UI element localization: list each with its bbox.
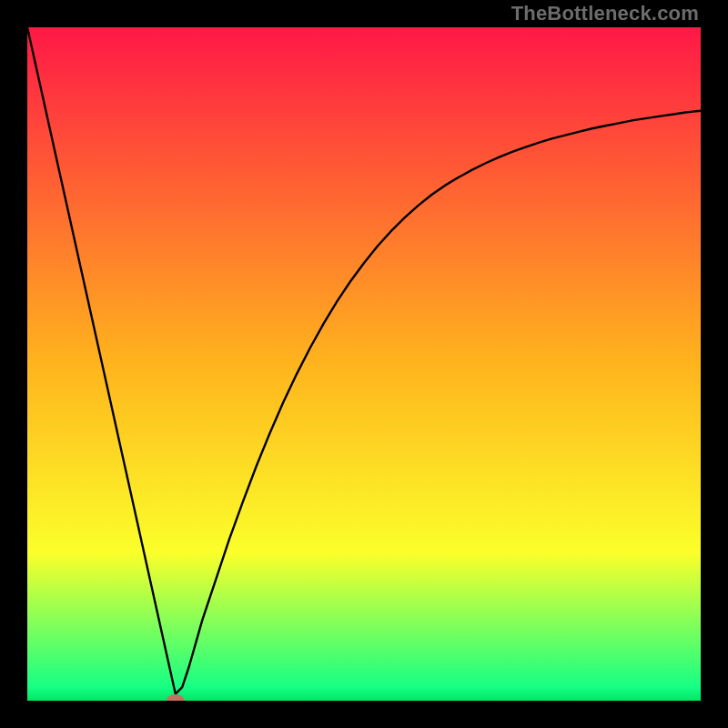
watermark-text: TheBottleneck.com: [511, 2, 699, 25]
chart-frame: [27, 27, 701, 701]
gradient-background: [27, 27, 701, 701]
bottleneck-chart: [27, 27, 701, 701]
